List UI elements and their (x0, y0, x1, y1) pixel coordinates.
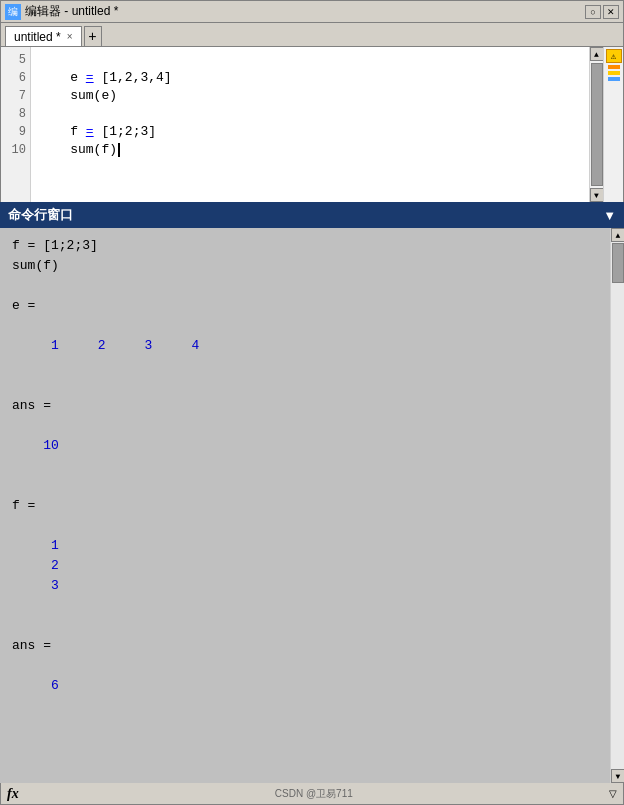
cmd-output-line: 1 (12, 536, 598, 556)
scroll-up-button[interactable]: ▲ (590, 47, 604, 61)
code-line-5 (39, 51, 581, 69)
cmd-output-line (12, 656, 598, 676)
text-cursor (118, 143, 120, 157)
warning-icon[interactable]: ⚠ (606, 49, 622, 63)
main-container: 编 编辑器 - untitled * ○ ✕ untitled * × + 5 … (0, 0, 624, 805)
code-editor[interactable]: e = [1,2,3,4] sum(e) f = [1;2;3] sum(f) (31, 47, 589, 202)
line-number: 5 (5, 51, 26, 69)
cmd-collapse-icon[interactable]: ▼ (603, 208, 616, 223)
title-bar: 编 编辑器 - untitled * ○ ✕ (0, 0, 624, 22)
warning-bar-yellow (608, 71, 620, 75)
code-line-9: f = [1;2;3] (39, 123, 581, 141)
cmd-title-label: 命令行窗口 (8, 206, 73, 224)
bottom-nav-icon[interactable]: ▽ (609, 788, 617, 799)
cmd-scrollbar: ▲ ▼ (610, 228, 624, 783)
cmd-section: 命令行窗口 ▼ f = [1;2;3] sum(f) e = 1 2 3 4 a… (0, 202, 624, 783)
cmd-output-line (12, 356, 598, 376)
tab-label: untitled * (14, 30, 61, 44)
cmd-output-line: 10 (12, 436, 598, 456)
cmd-output-line (12, 476, 598, 496)
app-icon: 编 (5, 4, 21, 20)
cmd-scroll-thumb[interactable] (612, 243, 624, 283)
editor-section: untitled * × + 5 6 7 8 9 10 e = [1,2,3,4… (0, 22, 624, 202)
title-bar-left: 编 编辑器 - untitled * (5, 3, 118, 20)
cmd-output-line: sum(f) (12, 256, 598, 276)
cmd-output-line: e = (12, 296, 598, 316)
window-title: 编辑器 - untitled * (25, 3, 118, 20)
cmd-output-line (12, 516, 598, 536)
cmd-output-line (12, 276, 598, 296)
line-number: 9 (5, 123, 26, 141)
cmd-scroll-down-button[interactable]: ▼ (611, 769, 624, 783)
bottom-bar: fx CSDN @卫易711 ▽ (0, 783, 624, 805)
tab-close-button[interactable]: × (67, 31, 73, 42)
cmd-output-line (12, 416, 598, 436)
cmd-output-line: 6 (12, 676, 598, 696)
line-number: 10 (5, 141, 26, 159)
warning-bar-orange (608, 65, 620, 69)
cmd-output-line: f = [1;2;3] (12, 236, 598, 256)
watermark-label: CSDN @卫易711 (275, 787, 353, 801)
cmd-title-bar: 命令行窗口 ▼ (0, 202, 624, 228)
cmd-output-line: f = (12, 496, 598, 516)
cmd-scroll-track[interactable] (611, 242, 624, 769)
editor-warnings: ⚠ (603, 47, 623, 202)
line-number: 6 (5, 69, 26, 87)
cmd-output-line (12, 616, 598, 636)
warning-bar-blue (608, 77, 620, 81)
tab-bar: untitled * × + (1, 23, 623, 47)
line-numbers: 5 6 7 8 9 10 (1, 47, 31, 202)
cmd-output-line: 1 2 3 4 (12, 336, 598, 356)
code-area: 5 6 7 8 9 10 e = [1,2,3,4] sum(e) f = [1… (1, 47, 623, 202)
cmd-content: f = [1;2;3] sum(f) e = 1 2 3 4 ans = 10 … (0, 228, 624, 783)
cmd-output-line (12, 316, 598, 336)
line-number: 8 (5, 105, 26, 123)
minimize-button[interactable]: ○ (585, 5, 601, 19)
code-line-8 (39, 105, 581, 123)
scroll-down-button[interactable]: ▼ (590, 188, 604, 202)
scroll-thumb[interactable] (591, 63, 603, 186)
line-number: 7 (5, 87, 26, 105)
title-controls: ○ ✕ (585, 5, 619, 19)
editor-tab[interactable]: untitled * × (5, 26, 82, 46)
code-line-7: sum(e) (39, 87, 581, 105)
code-line-6: e = [1,2,3,4] (39, 69, 581, 87)
cmd-output-line (12, 376, 598, 396)
cmd-text-area[interactable]: f = [1;2;3] sum(f) e = 1 2 3 4 ans = 10 … (0, 228, 610, 783)
fx-label: fx (7, 786, 19, 802)
cmd-output-line: 3 (12, 576, 598, 596)
cmd-output-line: ans = (12, 396, 598, 416)
close-button[interactable]: ✕ (603, 5, 619, 19)
new-tab-button[interactable]: + (84, 26, 102, 46)
editor-scrollbar: ▲ ▼ (589, 47, 603, 202)
cmd-output-line (12, 596, 598, 616)
cmd-output-line (12, 456, 598, 476)
code-line-10: sum(f) (39, 141, 581, 159)
cmd-output-line: ans = (12, 636, 598, 656)
cmd-output-line: 2 (12, 556, 598, 576)
cmd-scroll-up-button[interactable]: ▲ (611, 228, 624, 242)
